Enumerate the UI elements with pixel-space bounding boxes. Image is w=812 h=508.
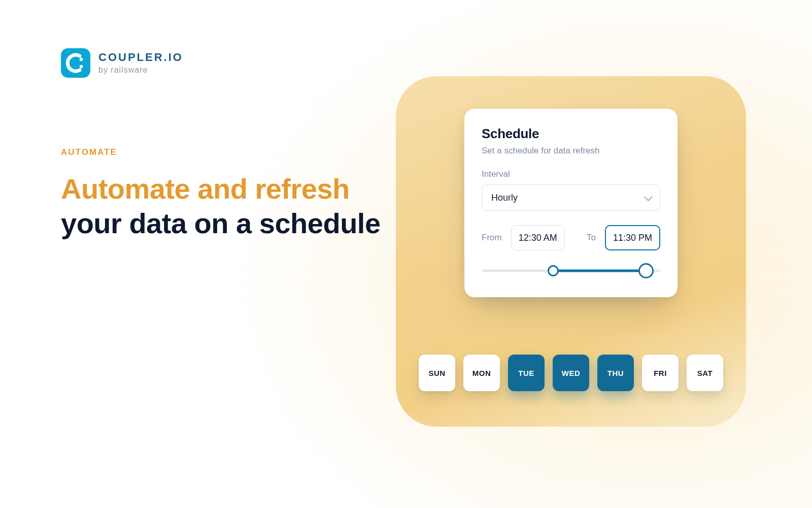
from-time-value: 12:30 AM xyxy=(519,233,557,243)
card-title: Schedule xyxy=(482,126,660,142)
day-toggle-sun[interactable]: SUN xyxy=(419,355,455,391)
schedule-card: Schedule Set a schedule for data refresh… xyxy=(464,109,678,297)
slider-fill xyxy=(553,270,646,272)
slider-handle-start[interactable] xyxy=(548,265,559,276)
svg-rect-0 xyxy=(80,58,83,61)
interval-value: Hourly xyxy=(491,193,518,203)
feature-panel: Schedule Set a schedule for data refresh… xyxy=(396,76,746,427)
time-range-slider[interactable] xyxy=(482,265,660,277)
day-toggle-fri[interactable]: FRI xyxy=(642,355,679,391)
brand-name: COUPLER.IO xyxy=(98,52,183,63)
from-time-input[interactable]: 12:30 AM xyxy=(511,225,565,250)
eyebrow: AUTOMATE xyxy=(61,147,386,157)
day-toggle-wed[interactable]: WED xyxy=(553,355,589,391)
day-toggle-thu[interactable]: THU xyxy=(597,355,634,391)
chevron-down-icon xyxy=(644,193,653,201)
headline-rest: your data on a schedule xyxy=(61,207,381,239)
headline-accent: Automate and refresh xyxy=(61,173,350,205)
svg-rect-1 xyxy=(80,65,83,68)
to-time-value: 11:30 PM xyxy=(613,233,652,243)
brand-subtitle: by railsware xyxy=(98,66,183,74)
to-time-input[interactable]: 11:30 PM xyxy=(605,225,660,250)
interval-label: Interval xyxy=(482,169,660,179)
day-toggle-tue[interactable]: TUE xyxy=(508,355,545,391)
day-toggle-row: SUNMONTUEWEDTHUFRISAT xyxy=(419,355,723,391)
day-toggle-mon[interactable]: MON xyxy=(463,355,500,391)
card-subtitle: Set a schedule for data refresh xyxy=(482,146,660,156)
slider-handle-end[interactable] xyxy=(638,263,654,278)
from-label: From xyxy=(482,233,502,243)
headline: Automate and refresh your data on a sche… xyxy=(61,172,386,241)
day-toggle-sat[interactable]: SAT xyxy=(687,355,723,391)
brand-lockup: COUPLER.IO by railsware xyxy=(61,48,183,78)
logo-icon xyxy=(61,48,90,78)
marketing-copy: AUTOMATE Automate and refresh your data … xyxy=(61,147,386,241)
to-label: To xyxy=(587,233,596,243)
interval-select[interactable]: Hourly xyxy=(482,184,660,211)
